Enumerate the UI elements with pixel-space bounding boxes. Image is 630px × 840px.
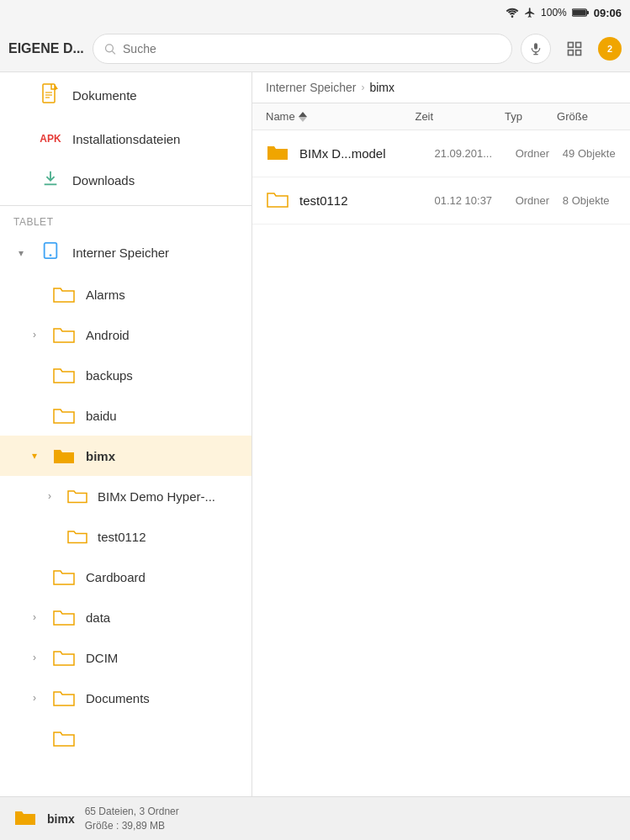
sidebar-item-downloads[interactable]: Downloads [0, 159, 251, 202]
folder-icon-baidu [52, 405, 76, 425]
svg-point-0 [511, 15, 514, 18]
breadcrumb-chevron-icon: › [361, 82, 364, 93]
sidebar-item-alarms[interactable]: Alarms [0, 274, 251, 314]
wifi-icon [506, 8, 519, 18]
search-input[interactable] [123, 42, 501, 55]
sidebar-item-dokumente[interactable]: Dokumente [0, 72, 251, 119]
svg-point-4 [105, 44, 113, 51]
bottom-size: Größe : 39,89 MB [85, 819, 179, 833]
status-bar: 100% 09:06 [0, 0, 630, 25]
status-icons: 100% 09:06 [506, 7, 622, 19]
row-type-0: Ordner [516, 147, 563, 160]
grid-icon [566, 40, 583, 57]
sidebar-item-backups-label: backups [86, 368, 133, 383]
sidebar-item-cardboard-label: Cardboard [86, 570, 146, 584]
folder-icon-dcim [52, 647, 76, 668]
airplane-icon [524, 7, 536, 18]
sidebar-item-alarms-label: Alarms [86, 288, 125, 302]
doc-icon [39, 82, 62, 108]
svg-rect-9 [569, 42, 574, 47]
sidebar-item-test0112[interactable]: test0112 [0, 516, 251, 557]
sidebar-item-dcim[interactable]: › DCIM [0, 637, 251, 678]
sidebar-item-downloads-label: Downloads [72, 173, 135, 188]
row-name-1: test0112 [299, 193, 434, 208]
breadcrumb-current: bimx [369, 81, 394, 94]
sidebar-item-bimx[interactable]: ▾ bimx [0, 436, 251, 476]
col-header-date: Zeit [415, 110, 504, 123]
table-row[interactable]: test0112 01.12 10:37 Ordner 8 Objekte [252, 177, 630, 225]
svg-rect-11 [569, 50, 574, 55]
sidebar-item-android-label: Android [86, 328, 130, 342]
sort-icon [299, 112, 307, 122]
main-layout: Dokumente APK Installationsdateien Downl… [0, 72, 630, 796]
svg-marker-22 [299, 117, 307, 122]
row-type-1: Ordner [516, 194, 563, 207]
folder-icon-alarms [52, 284, 76, 304]
row-folder-icon-1 [266, 189, 289, 212]
content-list: BIMx D...model 21.09.201... Ordner 49 Ob… [252, 130, 630, 796]
sidebar-item-installationsdateien-label: Installationsdateien [72, 132, 180, 146]
folder-icon-bimx [52, 446, 76, 466]
sidebar-item-dcim-label: DCIM [86, 651, 118, 665]
svg-rect-6 [534, 43, 537, 49]
sidebar-item-backups[interactable]: backups [0, 355, 251, 395]
row-date-1: 01.12 10:37 [434, 194, 515, 207]
sidebar-item-installationsdateien[interactable]: APK Installationsdateien [0, 119, 251, 159]
breadcrumb-parent[interactable]: Interner Speicher [266, 81, 356, 94]
chevron-right-dcim: › [27, 650, 42, 665]
notification-badge[interactable]: 2 [598, 37, 622, 61]
chevron-down-bimx: ▾ [27, 448, 42, 463]
sidebar-item-android[interactable]: › Android [0, 314, 251, 355]
search-bar[interactable] [93, 34, 512, 64]
sidebar-item-baidu[interactable]: baidu [0, 395, 251, 436]
row-size-0: 49 Objekte [563, 147, 617, 160]
table-row[interactable]: BIMx D...model 21.09.201... Ordner 49 Ob… [252, 130, 630, 177]
sidebar-item-documents[interactable]: › Documents [0, 678, 251, 718]
sidebar-item-downloads-folder[interactable] [0, 718, 251, 758]
grid-button[interactable] [559, 34, 590, 64]
mic-icon [529, 42, 543, 55]
chevron-down-interner-speicher: ▾ [13, 246, 29, 261]
svg-rect-13 [43, 84, 55, 103]
sidebar-item-cardboard[interactable]: Cardboard [0, 557, 251, 597]
sidebar-item-interner-speicher-label: Interner Speicher [72, 246, 169, 260]
chevron-right-android: › [27, 327, 42, 342]
chevron-right-bimx-demo: › [42, 489, 57, 504]
svg-rect-3 [573, 10, 586, 16]
sidebar-item-test0112-label: test0112 [98, 530, 146, 544]
folder-icon-test0112 [67, 528, 87, 545]
breadcrumb-bar: Interner Speicher › bimx [252, 72, 630, 103]
sidebar-item-baidu-label: baidu [86, 409, 117, 423]
mic-button[interactable] [521, 34, 551, 64]
chevron-right-documents: › [27, 690, 42, 705]
col-header-type: Typ [505, 110, 557, 123]
table-header: Name Zeit Typ Größe [252, 103, 630, 130]
sidebar-item-bimx-demo[interactable]: › BIMx Demo Hyper-... [0, 476, 251, 516]
sidebar-item-bimx-label: bimx [86, 449, 115, 463]
notification-count: 2 [607, 44, 612, 54]
svg-rect-2 [586, 11, 589, 14]
bottom-folder-name: bimx [47, 812, 75, 826]
sidebar-item-data[interactable]: › data [0, 597, 251, 637]
col-header-name[interactable]: Name [266, 110, 415, 123]
sidebar-item-documents-label: Documents [86, 691, 150, 705]
tablet-icon [39, 241, 62, 264]
sidebar-item-interner-speicher[interactable]: ▾ Interner Speicher [0, 231, 251, 274]
battery-level: 100% [541, 7, 567, 18]
folder-icon-cardboard [52, 567, 76, 587]
folder-icon-android [52, 325, 76, 345]
chevron-right-data: › [27, 610, 42, 625]
sidebar-item-bimx-demo-label: BIMx Demo Hyper-... [98, 489, 215, 504]
sidebar-item-data-label: data [86, 610, 110, 625]
row-folder-icon-0 [266, 142, 289, 165]
download-icon [39, 169, 62, 192]
battery-icon [572, 8, 589, 18]
search-icon [103, 42, 116, 55]
folder-icon-documents [52, 688, 76, 708]
apk-icon: APK [39, 133, 62, 145]
svg-line-5 [112, 50, 114, 53]
folder-icon-data [52, 607, 76, 627]
row-size-1: 8 Objekte [563, 194, 617, 207]
svg-rect-10 [576, 42, 581, 47]
header: EIGENE D... 2 [0, 25, 630, 72]
